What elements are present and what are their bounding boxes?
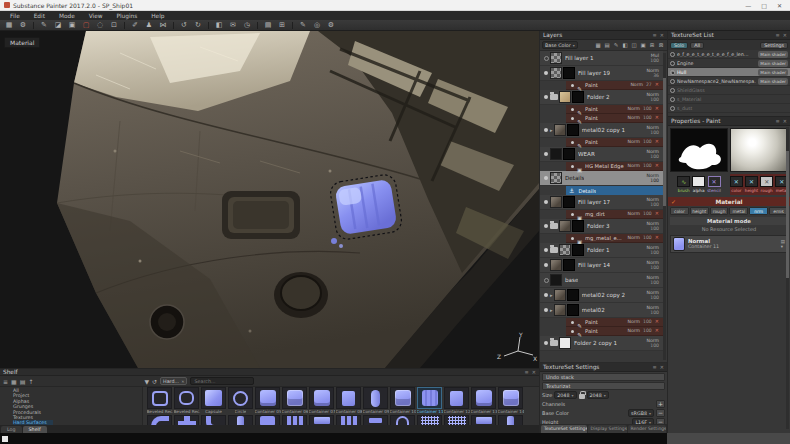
panel-menu-icon[interactable]: ≡ <box>776 117 780 125</box>
layers-scrollbar[interactable] <box>663 53 666 360</box>
visibility-toggle[interactable] <box>542 291 550 299</box>
visibility-toggle[interactable] <box>542 276 550 284</box>
textureset-radio[interactable] <box>670 52 675 57</box>
maximize-button[interactable]: □ <box>761 1 767 10</box>
visibility-toggle[interactable] <box>542 198 550 206</box>
layer-row[interactable]: ▸ ⚓ Folder 2 copy 1 Norm 100 ✕ <box>540 336 663 351</box>
add-effect-icon[interactable]: ✎ <box>612 42 620 48</box>
material-picker-tool[interactable]: ✐ <box>128 20 142 31</box>
expand-caret-icon[interactable]: ▸ <box>550 292 553 298</box>
textureset-row[interactable]: NewNamespace2_NewNamespa... Main shader <box>668 77 790 86</box>
shelf-item[interactable]: Beveled Rec... <box>146 387 173 415</box>
toolbar-icon[interactable] <box>173 22 174 29</box>
visibility-toggle[interactable] <box>542 222 550 230</box>
layer-opacity[interactable]: 100 <box>643 328 652 333</box>
layer-row[interactable]: ▸ ⚓ Paint Norm 100 ✕ <box>566 114 663 123</box>
layer-opacity[interactable]: 100 <box>643 139 652 144</box>
remove-effect-icon[interactable]: ✕ <box>655 235 659 241</box>
expand-caret-icon[interactable]: ▸ <box>550 127 553 133</box>
polygon-fill-tool[interactable]: ▢ <box>79 20 93 31</box>
layer-row[interactable]: ▸ ⚓ Fill layer 19 Norm 36 ✕ <box>540 66 663 81</box>
filter-icon[interactable]: ▼ <box>144 378 149 385</box>
projection-tool[interactable]: ▣ <box>65 20 79 31</box>
mask-thumbnail[interactable] <box>563 196 575 208</box>
shelf-item[interactable]: Container 13 <box>470 387 497 415</box>
layer-row[interactable]: ▸ ⚓ Fill layer 14 Norm 100 ✕ <box>540 258 663 273</box>
layer-row[interactable]: ▸ ⚓ Folder 1 Norm 100 ✕ <box>540 243 663 258</box>
layer-opacity[interactable]: 27 <box>646 82 652 87</box>
panel-menu-icon[interactable]: ≡ <box>653 31 657 39</box>
layer-opacity[interactable]: 100 <box>643 211 652 216</box>
brush-swatch[interactable]: ∿ <box>677 176 690 187</box>
settings-gear-icon[interactable]: ⚙ <box>16 20 30 31</box>
alpha-swatch[interactable] <box>692 176 705 187</box>
delete-layer-icon[interactable]: ⊠ <box>657 42 665 48</box>
rough-channel-swatch[interactable]: ✕ <box>760 176 773 187</box>
visibility-toggle[interactable] <box>542 261 550 269</box>
toolbar-icon[interactable] <box>33 22 34 29</box>
mask-thumbnail[interactable] <box>563 67 575 79</box>
close-button[interactable]: ✕ <box>777 1 782 10</box>
textureset-row[interactable]: e_f_e_e_t_e_e_t_e_e_f_e_len... Main shad… <box>668 50 790 59</box>
settings-tab[interactable]: TextureSet Settings <box>541 425 587 433</box>
layer-row[interactable]: ▸ ⚓ WEAR Norm 100 ✕ <box>540 147 663 162</box>
layer-thumbnail[interactable] <box>559 91 571 103</box>
layer-opacity[interactable]: 100 <box>650 295 659 300</box>
lock-icon[interactable] <box>579 394 585 399</box>
height-channel-swatch[interactable]: ✕ <box>745 176 758 187</box>
reset-filter-icon[interactable]: ↺ <box>152 378 157 385</box>
settings-tab[interactable]: Render Settings <box>628 425 666 433</box>
panel-close-icon[interactable]: ✕ <box>660 363 664 371</box>
shading-mode-label[interactable]: Material <box>4 37 40 48</box>
settings-tab[interactable]: Display Settings <box>588 425 627 433</box>
menu-item[interactable]: Edit <box>27 13 52 19</box>
panel-close-icon[interactable]: ✕ <box>783 31 787 39</box>
main-shader-button[interactable]: Main shader <box>758 51 788 58</box>
layer-thumbnail[interactable] <box>550 259 562 271</box>
remove-effect-icon[interactable]: ✕ <box>655 115 659 121</box>
filter-chip[interactable]: Hard...✕ <box>160 377 187 385</box>
visibility-toggle[interactable] <box>568 234 576 242</box>
layer-thumbnail[interactable] <box>559 337 571 349</box>
visibility-toggle[interactable] <box>542 93 550 101</box>
visibility-toggle[interactable] <box>542 306 550 314</box>
layer-thumbnail[interactable] <box>550 148 562 160</box>
shelf-item[interactable]: Container 14 <box>497 387 524 415</box>
layer-row[interactable]: ▸ ⚓ Details Norm 100 ✕ <box>540 171 663 186</box>
textureset-row[interactable]: Hull Main shader <box>668 68 790 77</box>
shelf-item[interactable]: Container 09 <box>362 387 389 415</box>
add-layer-icon[interactable]: ▤ <box>603 42 611 48</box>
menu-item[interactable]: Mode <box>52 13 82 19</box>
textureset-radio[interactable] <box>670 79 675 84</box>
layer-thumbnail[interactable] <box>554 304 566 316</box>
remove-effect-icon[interactable]: ✕ <box>655 82 659 88</box>
layer-row[interactable]: ▸ ⚓ Fill layer 1 Mul 100 ✕ <box>540 51 663 66</box>
undo-stack-button[interactable]: Undo stack <box>542 373 665 381</box>
shelf-list-view-icon[interactable]: ▤ <box>20 378 26 385</box>
rotate-left-icon[interactable]: ↺ <box>177 20 191 31</box>
shelf-item[interactable]: Capsule <box>200 387 227 415</box>
menu-item[interactable]: View <box>82 13 110 19</box>
symmetry-icon[interactable]: ⋈ <box>156 20 170 31</box>
layer-opacity[interactable]: 100 <box>650 310 659 315</box>
textureset-radio[interactable] <box>670 61 675 66</box>
remove-effect-icon[interactable]: ✕ <box>655 106 659 112</box>
layer-opacity[interactable]: 100 <box>643 163 652 168</box>
toolbar-icon[interactable] <box>292 22 293 29</box>
layer-opacity[interactable]: 100 <box>650 280 659 285</box>
panel-close-icon[interactable]: ✕ <box>532 368 536 376</box>
layer-row[interactable]: ▸ ⚓ Folder 3 Norm 100 ✕ <box>540 219 663 234</box>
channel-format-select[interactable]: sRGB8▾ <box>628 409 654 417</box>
textureset-radio[interactable] <box>670 88 675 93</box>
add-smart-material-icon[interactable]: ▣ <box>639 42 647 48</box>
visibility-toggle[interactable] <box>542 54 550 62</box>
blend-mode[interactable]: Norm <box>630 82 643 87</box>
blend-mode[interactable]: Norm <box>627 115 640 120</box>
layer-opacity[interactable]: 100 <box>643 235 652 240</box>
color-channel-swatch[interactable]: ✕ <box>730 176 743 187</box>
minimize-button[interactable]: — <box>745 1 751 10</box>
layer-opacity[interactable]: 100 <box>650 202 659 207</box>
textureset-row[interactable]: s_Material Main shader <box>668 95 790 104</box>
panel-close-icon[interactable]: ✕ <box>660 31 664 39</box>
viewport-3d[interactable]: Material Z Y X <box>0 31 539 368</box>
